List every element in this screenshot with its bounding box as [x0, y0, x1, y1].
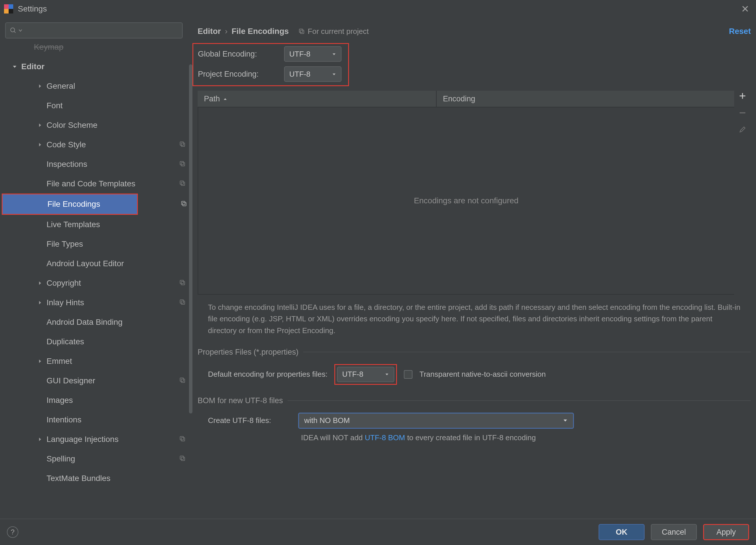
chevron-right-icon: ›: [225, 27, 227, 36]
tree-item-textmate-bundles[interactable]: TextMate Bundles: [0, 469, 192, 488]
tree-item-general[interactable]: General: [0, 76, 192, 96]
chevron-down-icon: [18, 28, 22, 32]
tree-item-inspections[interactable]: Inspections: [0, 155, 192, 174]
app-icon: [4, 4, 13, 14]
svg-rect-14: [180, 280, 184, 284]
scope-icon: [298, 28, 305, 34]
window-title: Settings: [18, 4, 47, 14]
search-input[interactable]: [5, 22, 183, 39]
tree-item-intentions[interactable]: Intentions: [0, 410, 192, 429]
global-encoding-combo[interactable]: UTF-8: [284, 46, 342, 62]
ok-button[interactable]: OK: [599, 524, 645, 540]
tree-item-font[interactable]: Font: [0, 96, 192, 116]
encodings-highlight: Global Encoding: UTF-8 Project Encoding:…: [192, 43, 349, 86]
svg-line-5: [14, 31, 16, 33]
svg-rect-15: [181, 281, 185, 285]
tree-item-spelling[interactable]: Spelling: [0, 449, 192, 469]
edit-icon[interactable]: [739, 126, 746, 135]
svg-rect-13: [183, 203, 186, 206]
tree-item-gui-designer[interactable]: GUI Designer: [0, 371, 192, 390]
tree-item-keymap[interactable]: Keymap: [0, 43, 192, 57]
project-encoding-label: Project Encoding:: [198, 70, 284, 79]
svg-rect-11: [181, 182, 185, 186]
svg-rect-22: [180, 456, 184, 459]
chevron-down-icon: [563, 416, 568, 425]
tree-item-duplicates[interactable]: Duplicates: [0, 332, 192, 351]
reset-link[interactable]: Reset: [729, 27, 751, 36]
settings-content: Editor › File Encodings For current proj…: [192, 18, 756, 519]
svg-rect-12: [182, 201, 185, 205]
scope-icon: [179, 435, 186, 444]
utf8-bom-link[interactable]: UTF-8 BOM: [365, 433, 405, 442]
chevron-down-icon: [385, 370, 389, 379]
svg-rect-9: [181, 163, 185, 166]
table-col-encoding[interactable]: Encoding: [437, 91, 734, 107]
properties-encoding-combo[interactable]: UTF-8: [337, 367, 394, 382]
scope-icon: [179, 180, 186, 188]
svg-rect-1: [9, 4, 13, 9]
tree-item-emmet[interactable]: Emmet: [0, 351, 192, 371]
bom-section-title: BOM for new UTF-8 files: [198, 396, 751, 405]
tree-item-file-encodings[interactable]: File Encodings: [3, 195, 137, 214]
titlebar: Settings ✕: [0, 0, 756, 18]
tree-item-inlay-hints[interactable]: Inlay Hints: [0, 293, 192, 312]
apply-button[interactable]: Apply: [703, 524, 749, 540]
tree-scrollbar[interactable]: [189, 64, 192, 413]
scope-icon: [179, 140, 186, 149]
properties-section-title: Properties Files (*.properties): [198, 348, 751, 357]
tree-item-copyright[interactable]: Copyright: [0, 273, 192, 293]
tree-item-language-injections[interactable]: Language Injections: [0, 429, 192, 449]
add-icon[interactable]: [738, 92, 747, 102]
table-header: Path Encoding: [198, 91, 734, 107]
properties-highlight: UTF-8: [334, 364, 397, 385]
bom-combo[interactable]: with NO BOM: [298, 413, 574, 429]
tree-item-color-scheme[interactable]: Color Scheme: [0, 116, 192, 135]
bom-label: Create UTF-8 files:: [208, 416, 291, 425]
table-empty: Encodings are not configured: [198, 107, 734, 294]
chevron-right-icon: [36, 123, 44, 128]
transparent-n2a-label[interactable]: Transparent native-to-ascii conversion: [419, 370, 546, 379]
tree-item-code-style[interactable]: Code Style: [0, 135, 192, 155]
svg-rect-25: [300, 30, 304, 34]
cancel-button[interactable]: Cancel: [651, 524, 697, 540]
tree-item-android-data-binding[interactable]: Android Data Binding: [0, 312, 192, 332]
scope-indicator: For current project: [298, 27, 369, 36]
properties-encoding-label: Default encoding for properties files:: [208, 370, 327, 379]
close-icon[interactable]: ✕: [738, 1, 752, 16]
chevron-down-icon: [11, 64, 18, 69]
breadcrumb-editor[interactable]: Editor: [198, 27, 221, 36]
chevron-down-icon: [332, 70, 336, 79]
help-text: To change encoding IntelliJ IDEA uses fo…: [198, 301, 751, 336]
remove-icon[interactable]: [738, 109, 747, 119]
scope-icon: [181, 200, 187, 209]
settings-tree[interactable]: Keymap Editor General Font Color Scheme: [0, 41, 192, 519]
table-col-path[interactable]: Path: [198, 91, 437, 107]
tree-item-android-layout-editor[interactable]: Android Layout Editor: [0, 254, 192, 273]
svg-rect-6: [180, 142, 184, 145]
table-toolbar: [734, 91, 751, 294]
scope-icon: [179, 279, 186, 288]
svg-rect-2: [4, 9, 9, 14]
breadcrumb-file-encodings: File Encodings: [232, 27, 289, 36]
bom-hint: IDEA will NOT add UTF-8 BOM to every cre…: [198, 433, 751, 442]
tree-item-file-code-templates[interactable]: File and Code Templates: [0, 174, 192, 194]
settings-sidebar: Keymap Editor General Font Color Scheme: [0, 18, 192, 519]
chevron-right-icon: [36, 143, 44, 147]
svg-rect-0: [4, 4, 9, 9]
scope-icon: [179, 298, 186, 307]
tree-item-images[interactable]: Images: [0, 390, 192, 410]
tree-item-file-types[interactable]: File Types: [0, 234, 192, 254]
project-encoding-combo[interactable]: UTF-8: [284, 66, 342, 82]
tree-item-live-templates[interactable]: Live Templates: [0, 215, 192, 234]
tree-item-editor[interactable]: Editor: [0, 57, 192, 76]
search-icon: [10, 27, 17, 34]
svg-rect-7: [181, 143, 185, 147]
global-encoding-label: Global Encoding:: [198, 50, 284, 59]
svg-rect-24: [299, 29, 303, 32]
chevron-right-icon: [36, 359, 44, 363]
help-button[interactable]: ?: [7, 526, 18, 538]
chevron-right-icon: [36, 281, 44, 285]
chevron-right-icon: [36, 437, 44, 442]
sort-asc-icon: [223, 95, 227, 103]
transparent-n2a-checkbox[interactable]: [404, 370, 412, 379]
